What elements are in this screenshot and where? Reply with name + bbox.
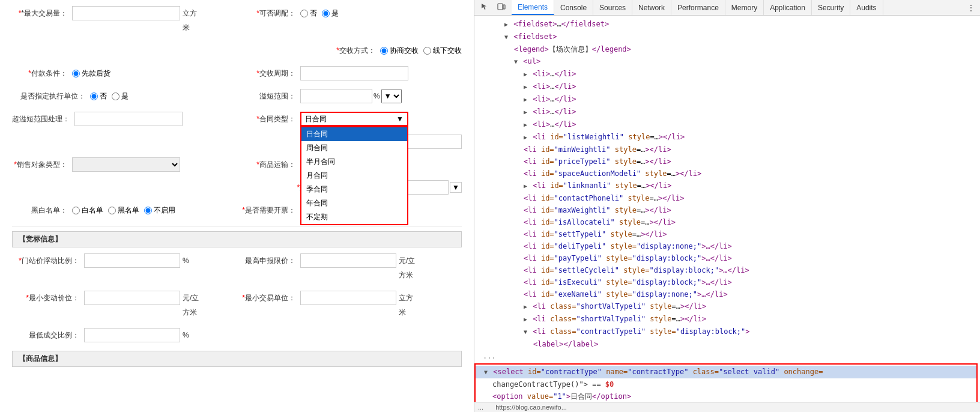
input-trade-cycle[interactable]	[300, 66, 408, 80]
label-sales-target: *销售对象类型：	[12, 157, 72, 172]
row-min-movement: *最小变动价位： 元/立方米 *最小交易单位： 立方米	[12, 291, 462, 320]
radio-trade-method-offline[interactable]	[423, 47, 431, 55]
contract-option-quarterly[interactable]: 季合同	[301, 183, 407, 196]
dom-line-li-linkmanli[interactable]: ▶ <li id="linkmanli" style=…></li>	[474, 180, 980, 192]
svg-rect-1	[503, 5, 505, 9]
dom-line-label[interactable]: <label></label>	[474, 338, 980, 350]
label-exec-unit: 是否指定执行单位：	[12, 89, 90, 103]
radio-adjustable-no[interactable]	[300, 10, 308, 17]
contract-option-daily[interactable]: 日合同	[301, 127, 407, 141]
contract-type-display[interactable]: 日合同 ▼	[300, 112, 408, 126]
contract-option-biweekly[interactable]: 半月合同	[301, 155, 407, 169]
radio-blacklist: 白名单 黑名单 不启用	[72, 203, 175, 217]
radio-adjustable: 否 是	[300, 6, 339, 20]
dom-line-li-contracttypeli[interactable]: ▼ <li class="contractTypeli" style="disp…	[474, 326, 980, 338]
unit-gate-price: %	[183, 253, 189, 268]
input-overflow[interactable]	[74, 112, 183, 126]
tab-elements[interactable]: Elements	[512, 0, 554, 15]
dom-line-select[interactable]: ▼ <select id="contractType" name="contra…	[476, 366, 976, 378]
tab-sources[interactable]: Sources	[593, 0, 632, 15]
label-min-trade-unit: *最小交易单位：	[240, 291, 300, 305]
select-sales-target[interactable]	[72, 157, 180, 172]
label-range: 溢短范围：	[240, 89, 300, 103]
tab-performance[interactable]: Performance	[671, 0, 725, 15]
input-min-movement[interactable]	[84, 291, 180, 305]
unit-min-trade-unit: 立方米	[399, 291, 413, 320]
tab-security[interactable]: Security	[812, 0, 850, 15]
radio-whitelist[interactable]	[72, 207, 80, 214]
dom-line-li-spaceauction[interactable]: <li id="spaceAuctionModeli" style=…></li…	[474, 168, 980, 180]
device-icon[interactable]	[495, 1, 508, 14]
section-commodity: 【商品信息】	[12, 351, 462, 367]
dom-line-legend[interactable]: <legend>【场次信息】</legend>	[474, 43, 980, 55]
unit-range: %	[374, 89, 380, 103]
dom-line-fieldset2[interactable]: ▼ <fieldset>	[474, 31, 980, 43]
dom-line-li-listweightli[interactable]: ▶ <li id="listWeightli" style=…></li>	[474, 131, 980, 144]
dom-line-li-delitype[interactable]: <li id="deliTypeli" style="display:none;…	[474, 240, 980, 252]
input-max-bid[interactable]	[300, 253, 396, 268]
dom-line-li-maxweight[interactable]: <li id="maxWeightli" style=…></li>	[474, 204, 980, 216]
tab-console[interactable]: Console	[554, 0, 593, 15]
row-trade-method: *交收方式： 协商交收 线下交收	[12, 43, 462, 58]
dom-line-li-paytype[interactable]: <li id="payTypeli" style="display:block;…	[474, 252, 980, 264]
radio-exec-unit: 否 是	[90, 89, 129, 103]
tab-application[interactable]: Application	[764, 0, 812, 15]
select-range-type[interactable]: ▼	[381, 89, 402, 103]
row-overflow-contract: 超溢短范围处理： *合同类型： 日合同 ▼ 日合同 周合同 半月合同 月合同 季…	[12, 112, 462, 126]
dom-line-li5[interactable]: ▶ <li>…</li>	[474, 118, 980, 131]
input-min-close[interactable]	[84, 328, 180, 342]
row-min-close-ratio: 最低成交比例： %	[12, 328, 462, 342]
dom-line-option-daily[interactable]: <option value="1">日合同</option>	[476, 390, 976, 402]
dom-line-fieldset1[interactable]: ▶ <fieldset>…</fieldset>	[474, 18, 980, 31]
radio-trade-method-negotiate[interactable]	[380, 47, 388, 55]
contract-option-weekly[interactable]: 周合同	[301, 141, 407, 155]
dom-line-ul[interactable]: ▼ <ul>	[474, 55, 980, 68]
radio-adjustable-yes[interactable]	[322, 10, 330, 17]
row-max-trade: **最大交易量： 立方米 *可否调配： 否 是	[12, 6, 462, 35]
contract-type-arrow: ▼	[396, 115, 404, 123]
dom-line-li-exename[interactable]: <li id="exeNameli" style="display:none;"…	[474, 288, 980, 300]
dom-line-li-setttype[interactable]: <li id="settTypeli" style=…></li>	[474, 228, 980, 240]
select-location-arrow[interactable]: ▼	[450, 182, 462, 193]
dom-line-select-cont: changeContractType()"> == $0	[476, 378, 976, 390]
input-gate-price[interactable]	[84, 253, 180, 268]
label-invoice: *是否需要开票：	[240, 203, 300, 217]
unit-max-trade: 立方米	[183, 6, 197, 35]
input-min-trade-unit[interactable]	[300, 291, 396, 305]
contract-option-indefinite[interactable]: 不定期	[301, 210, 407, 224]
dom-line-li-settlecycle[interactable]: <li id="settleCycleli" style="display:bl…	[474, 264, 980, 276]
input-range[interactable]	[300, 89, 372, 103]
dom-line-li3[interactable]: ▶ <li>…</li>	[474, 93, 980, 106]
label-max-trade: **最大交易量：	[12, 6, 72, 20]
radio-exec-no[interactable]	[90, 92, 98, 100]
inspect-icon[interactable]	[478, 1, 491, 14]
tab-audits[interactable]: Audits	[850, 0, 883, 15]
dom-line-li1[interactable]: ▶ <li>…</li>	[474, 68, 980, 80]
contract-option-monthly[interactable]: 月合同	[301, 169, 407, 183]
contract-type-value: 日合同	[305, 114, 327, 124]
tab-network[interactable]: Network	[632, 0, 671, 15]
tab-memory[interactable]: Memory	[725, 0, 764, 15]
input-max-trade[interactable]	[72, 6, 180, 20]
dom-line-li2[interactable]: ▶ <li>…</li>	[474, 80, 980, 93]
dom-line-li-shortval1[interactable]: ▶ <li class="shortValTypeli" style=…></l…	[474, 300, 980, 313]
radio-payment: 先款后货	[72, 66, 110, 80]
dom-line-li-shortval2[interactable]: ▶ <li class="shortValTypeli" style=…></l…	[474, 313, 980, 326]
radio-blacklist-opt[interactable]	[108, 207, 116, 214]
dom-line-li-isexecu[interactable]: <li id="isExeculi" style="display:block;…	[474, 276, 980, 288]
dom-line-li-minweightli[interactable]: <li id="minWeightli" style=…></li>	[474, 144, 980, 156]
contract-option-yearly[interactable]: 年合同	[301, 196, 407, 210]
svg-rect-0	[498, 4, 503, 10]
label-commodity-transport: *商品运输：	[240, 157, 300, 172]
dom-line-li4[interactable]: ▶ <li>…</li>	[474, 106, 980, 118]
row-exec-unit-range: 是否指定执行单位： 否 是 溢短范围： % ▼	[12, 89, 462, 103]
more-tabs-btn[interactable]: ⋮	[962, 0, 980, 15]
dom-line-li-pricetypeli[interactable]: <li id="priceTypeli" style=…></li>	[474, 156, 980, 168]
statusbar-url: https://blog.cao.newifo...	[495, 404, 567, 411]
radio-no-list[interactable]	[144, 207, 152, 214]
dom-line-li-contactphone[interactable]: <li id="contactPhoneli" style=…></li>	[474, 192, 980, 204]
dom-line-li-isallocate[interactable]: <li id="isAllocateli" style=…></li>	[474, 216, 980, 228]
radio-payment-prepay[interactable]	[72, 70, 80, 77]
radio-exec-yes[interactable]	[112, 92, 119, 100]
devtools-tabs-bar: Elements Console Sources Network Perform…	[474, 0, 980, 16]
